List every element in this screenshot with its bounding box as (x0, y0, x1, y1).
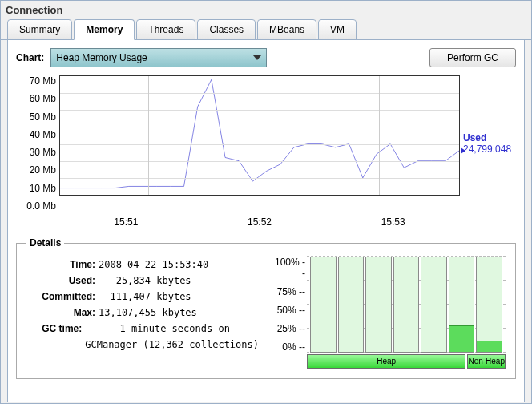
pool-group-labels: Heap Non-Heap (307, 354, 506, 369)
memory-pool-bar[interactable] (449, 257, 475, 353)
memory-chart: 70 Mb 60 Mb 50 Mb 40 Mb 30 Mb 20 Mb 10 M… (16, 75, 516, 212)
bars-yaxis: 100% -- 75% -- 50% -- 25% -- 0% -- (272, 257, 307, 353)
chart-xaxis: 15:51 15:52 15:53 (59, 212, 460, 228)
details-kv: Time:2008-04-22 15:53:40 Used: 25,834 kb… (26, 257, 259, 369)
kv-max-label: Max: (26, 305, 99, 321)
xtick: 15:53 (381, 216, 405, 228)
bytick: 50% -- (272, 305, 305, 316)
bytick: 25% -- (272, 323, 305, 334)
kv-committed-label: Committed: (26, 289, 99, 305)
tab-summary[interactable]: Summary (7, 19, 72, 40)
kv-used-label: Used: (26, 273, 99, 289)
ytick: 70 Mb (16, 75, 56, 87)
ytick: 60 Mb (16, 93, 56, 104)
memory-pool-bar[interactable] (421, 257, 447, 353)
kv-time-value: 2008-04-22 15:53:40 (99, 257, 208, 273)
tab-classes[interactable]: Classes (197, 19, 256, 40)
memory-pool-bar[interactable] (476, 257, 502, 353)
ytick: 20 Mb (16, 164, 56, 176)
kv-committed-value: 111,407 kbytes (99, 289, 191, 305)
details-panel: Details Time:2008-04-22 15:53:40 Used: 2… (16, 237, 516, 379)
chart-legend: Used 24,799,048 (460, 75, 516, 212)
memory-pool-bar[interactable] (393, 257, 420, 353)
memory-pool-bar[interactable] (338, 257, 365, 353)
ytick: 50 Mb (16, 111, 56, 123)
chart-controls: Chart: Heap Memory Usage Perform GC (16, 48, 516, 67)
pool-label-nonheap[interactable]: Non-Heap (467, 354, 506, 369)
ytick: 40 Mb (16, 129, 56, 140)
chart-plot (59, 75, 460, 196)
bytick: 100% -- (272, 257, 305, 279)
bytick: 75% -- (272, 286, 305, 297)
details-legend: Details (26, 237, 64, 248)
tab-threads[interactable]: Threads (136, 19, 195, 40)
tab-memory[interactable]: Memory (74, 19, 135, 40)
tabs-bar: Summary Memory Threads Classes MBeans VM (1, 19, 531, 40)
legend-header: Used (463, 132, 516, 143)
kv-gc-label: GC time: (26, 321, 85, 353)
tab-content: Chart: Heap Memory Usage Perform GC 70 M… (7, 40, 525, 402)
xtick: 15:51 (114, 216, 138, 228)
ytick: 10 Mb (16, 183, 56, 194)
memory-pools-chart: 100% -- 75% -- 50% -- 25% -- 0% -- Heap … (272, 257, 506, 369)
chart-select-value: Heap Memory Usage (56, 52, 147, 63)
current-value-marker (461, 147, 466, 154)
memory-pool-bar[interactable] (310, 257, 337, 353)
chart-yaxis: 70 Mb 60 Mb 50 Mb 40 Mb 30 Mb 20 Mb 10 M… (16, 75, 59, 212)
legend-value: 24,799,048 (463, 143, 516, 155)
xtick: 15:52 (248, 216, 272, 228)
tab-mbeans[interactable]: MBeans (257, 19, 316, 40)
ytick: 30 Mb (16, 147, 56, 158)
kv-time-label: Time: (26, 257, 99, 273)
chart-label: Chart: (16, 52, 44, 63)
kv-used-value: 25,834 kbytes (99, 273, 191, 289)
kv-gc-value: 1 minute seconds on GCManager (12,362 co… (85, 321, 259, 353)
memory-pool-bar[interactable] (365, 257, 392, 353)
chart-select[interactable]: Heap Memory Usage (50, 48, 267, 67)
perform-gc-button[interactable]: Perform GC (429, 48, 516, 67)
pool-label-heap[interactable]: Heap (307, 354, 466, 369)
ytick: 0.0 Mb (16, 200, 56, 212)
kv-max-value: 13,107,455 kbytes (99, 305, 197, 321)
dropdown-icon (253, 55, 261, 60)
bytick: 0% -- (272, 341, 305, 353)
window-title: Connection (1, 1, 531, 19)
tab-vm[interactable]: VM (318, 19, 357, 40)
